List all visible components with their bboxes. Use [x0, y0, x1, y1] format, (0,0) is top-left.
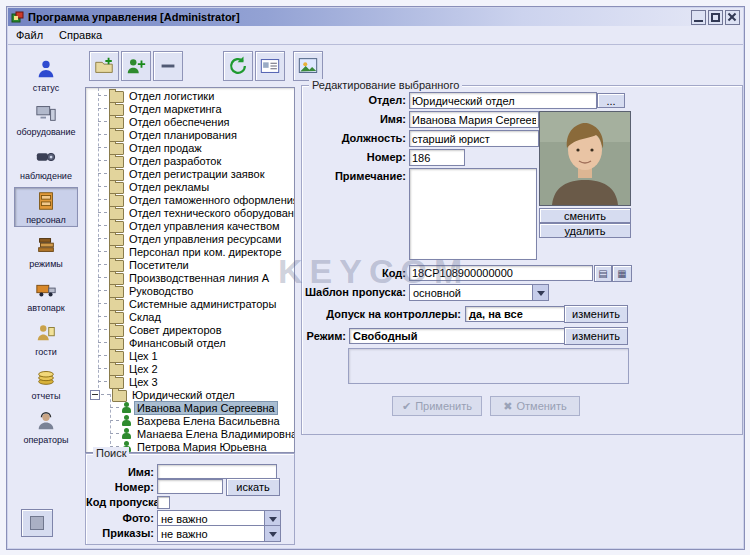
sidebar-item-fleet[interactable]: автопарк	[14, 275, 78, 315]
tree-item-label: Отдел маркетинга	[127, 103, 224, 115]
tree-item-department[interactable]: Цех 3	[86, 375, 294, 388]
tree-connector	[110, 433, 119, 434]
department-field[interactable]	[409, 92, 597, 109]
tree-item-department[interactable]: Финансовый отдел	[86, 336, 294, 349]
remove-button[interactable]	[153, 51, 183, 81]
apply-button[interactable]: Применить	[392, 396, 482, 416]
bottom-left-button[interactable]	[21, 509, 53, 537]
sidebar-item-status[interactable]: статус	[14, 55, 78, 95]
chevron-down-icon[interactable]	[532, 285, 548, 300]
position-field[interactable]	[409, 130, 539, 147]
chevron-down-icon[interactable]	[264, 511, 280, 526]
tree-connector	[98, 277, 107, 278]
menu-help[interactable]: Справка	[51, 28, 110, 42]
tree-connector	[98, 134, 107, 135]
orders-filter-dropdown[interactable]: не важно	[157, 525, 281, 542]
note-textarea[interactable]	[409, 168, 537, 260]
tree-connector	[98, 329, 107, 330]
tree-connector	[98, 355, 107, 356]
tree-connector	[110, 420, 119, 421]
tree-item-label: Отдел продаж	[127, 142, 204, 154]
sidebar-item-modes[interactable]: режимы	[14, 231, 78, 271]
tree-item-department[interactable]: Совет директоров	[86, 323, 294, 336]
badge-template-dropdown[interactable]: основной	[409, 284, 549, 301]
x-icon	[503, 400, 512, 413]
title-bar[interactable]: Программа управления [Administrator]	[8, 8, 743, 26]
tree-item-person[interactable]: Манаева Елена Владимировна	[86, 427, 294, 440]
close-button[interactable]	[725, 10, 740, 25]
sidebar-item-personnel[interactable]: персонал	[14, 187, 78, 227]
add-group-button[interactable]	[89, 51, 119, 81]
tree-item-department[interactable]: Склад	[86, 310, 294, 323]
tree-item-department[interactable]: Производственная линия А	[86, 271, 294, 284]
sidebar-item-label: оборудование	[15, 127, 77, 137]
tree-connector	[98, 147, 107, 148]
tree-item-department[interactable]: Отдел разработок	[86, 154, 294, 167]
tree-expand-toggle-icon[interactable]	[90, 390, 100, 400]
department-label: Отдел:	[306, 94, 406, 106]
tree-item-person[interactable]: Вахрева Елена Васильевна	[86, 414, 294, 427]
tree-item-department[interactable]: Отдел планирования	[86, 128, 294, 141]
badge-code-checkbox[interactable]	[157, 496, 170, 509]
cancel-edit-button[interactable]: Отменить	[490, 396, 580, 416]
sidebar-item-guests[interactable]: гости	[14, 319, 78, 359]
chevron-down-icon[interactable]	[264, 526, 280, 541]
add-person-icon	[125, 55, 147, 77]
tree-item-department[interactable]: Отдел обеспечения	[86, 115, 294, 128]
tree-item-department[interactable]: Персонал при ком. директоре	[86, 245, 294, 258]
name-field[interactable]	[409, 111, 539, 128]
tree-item-department[interactable]: Отдел управления качеством	[86, 219, 294, 232]
personnel-icon	[15, 190, 77, 214]
tree-item-label: Отдел управления качеством	[127, 220, 282, 232]
tree-item-department[interactable]: Отдел таможенного оформления	[86, 193, 294, 206]
tree-item-label: Склад	[127, 311, 163, 323]
tree-item-department[interactable]: Отдел управления ресурсами	[86, 232, 294, 245]
sidebar-item-surveillance[interactable]: наблюдение	[14, 143, 78, 183]
add-person-button[interactable]	[121, 51, 151, 81]
search-name-input[interactable]	[157, 464, 277, 479]
refresh-button[interactable]	[223, 51, 253, 81]
tree-item-department[interactable]: Отдел продаж	[86, 141, 294, 154]
tree-item-department[interactable]: Отдел маркетинга	[86, 102, 294, 115]
tree-item-department[interactable]: Отдел рекламы	[86, 180, 294, 193]
mode-value: Свободный	[349, 328, 565, 344]
number-field[interactable]	[409, 149, 465, 166]
sidebar-item-equipment[interactable]: оборудование	[14, 99, 78, 139]
badge-layout-button[interactable]	[255, 51, 285, 81]
change-photo-button[interactable]: сменить	[539, 208, 631, 223]
tree-item-department[interactable]: Цех 2	[86, 362, 294, 375]
tree-item-department[interactable]: Отдел технического оборудования	[86, 206, 294, 219]
tree-item-department[interactable]: Отдел регистрации заявок	[86, 167, 294, 180]
change-mode-button[interactable]: изменить	[564, 327, 628, 345]
search-button[interactable]: искать	[226, 478, 280, 496]
app-window: Программа управления [Administrator] Фай…	[6, 6, 745, 550]
menu-file[interactable]: Файл	[8, 28, 51, 42]
tree-item-department[interactable]: Цех 1	[86, 349, 294, 362]
tree-item-department[interactable]: Отдел логистики	[86, 89, 294, 102]
apply-button-label: Применить	[415, 400, 472, 412]
delete-photo-button[interactable]: удалить	[539, 223, 631, 238]
export-image-button[interactable]	[293, 51, 323, 81]
maximize-button[interactable]	[708, 10, 723, 25]
browse-department-button[interactable]: ...	[597, 93, 625, 108]
tree-item-department[interactable]: Руководство	[86, 284, 294, 297]
change-access-button[interactable]: изменить	[564, 305, 628, 323]
sidebar-item-reports[interactable]: отчеты	[14, 363, 78, 403]
sidebar-item-label: гости	[15, 347, 77, 357]
tree-item-department[interactable]: Системные администраторы	[86, 297, 294, 310]
tree-item-department[interactable]: Посетители	[86, 258, 294, 271]
search-badge-code-label: Код пропуска:	[86, 496, 154, 508]
check-icon	[402, 400, 411, 413]
reports-icon	[15, 366, 77, 390]
minimize-button[interactable]	[691, 10, 706, 25]
search-panel-title: Поиск	[93, 447, 129, 459]
search-number-input[interactable]	[157, 479, 223, 494]
tree-item-person[interactable]: Иванова Мария Сергеевна	[86, 401, 294, 414]
tree-panel[interactable]: Отдел логистикиОтдел маркетингаОтдел обе…	[85, 87, 295, 453]
code-field[interactable]	[409, 265, 593, 281]
tree-item-label: Отдел регистрации заявок	[127, 168, 266, 180]
sidebar-item-operators[interactable]: операторы	[14, 407, 78, 447]
tree-item-department[interactable]: Юридический отдел	[86, 388, 294, 401]
code-refresh-button[interactable]: ▤	[594, 265, 612, 282]
code-card-button[interactable]: ▦	[612, 265, 632, 282]
